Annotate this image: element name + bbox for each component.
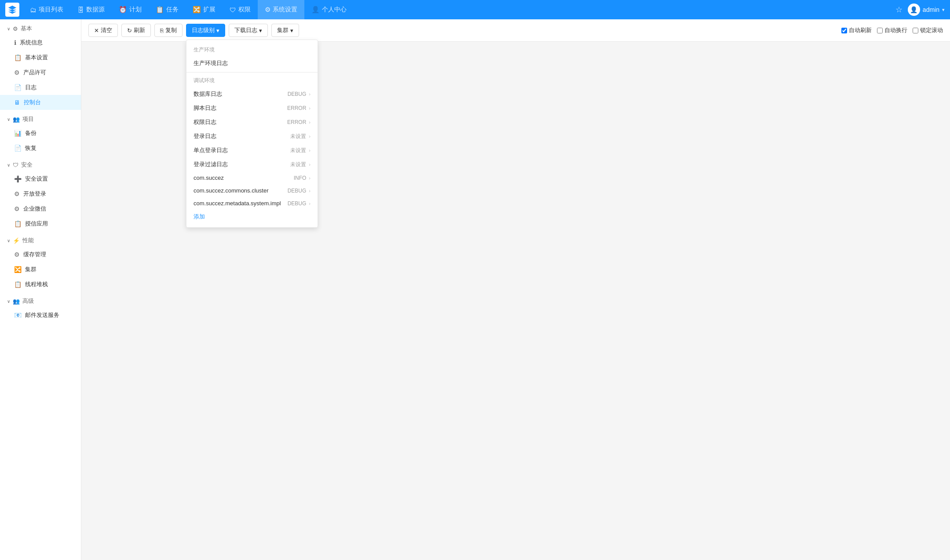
sidebar-item-restore[interactable]: 📄 恢复 (0, 141, 81, 156)
username-label: admin (923, 6, 939, 13)
nav-label-task: 任务 (166, 6, 179, 14)
sidebar-item-log[interactable]: 📄 日志 (0, 80, 81, 95)
sidebar-item-backup[interactable]: 📊 备份 (0, 126, 81, 141)
sidebar-item-email-service[interactable]: 📧 邮件发送服务 (0, 308, 81, 323)
sidebar-label-open-login: 开放登录 (23, 190, 46, 198)
nav-item-system-settings[interactable]: ⚙ 系统设置 (258, 0, 304, 19)
log-level-label: 日志级别 (192, 26, 215, 34)
sidebar-label-product-license: 产品许可 (23, 69, 46, 76)
login-log-level: 未设置 (290, 133, 306, 140)
sidebar-item-console[interactable]: 🖥 控制台 (0, 95, 81, 110)
sidebar-label-restore: 恢复 (25, 144, 37, 152)
db-log-label: 数据库日志 (194, 90, 222, 98)
lock-scroll-label: 锁定滚动 (920, 26, 943, 34)
logo[interactable] (5, 3, 19, 17)
sidebar-item-basic-settings[interactable]: 📋 基本设置 (0, 50, 81, 65)
refresh-button[interactable]: ↻ 刷新 (121, 24, 151, 37)
sidebar-item-system-info[interactable]: ℹ 系统信息 (0, 35, 81, 50)
lock-scroll-input[interactable] (913, 28, 918, 33)
copy-button[interactable]: ⎘ 复制 (154, 24, 183, 37)
log-level-menu: 生产环境 生产环境日志 调试环境 数据库日志 DEBUG (186, 40, 318, 228)
chevron-down-icon: ∨ (7, 26, 10, 31)
dropdown-item-prod-env-log[interactable]: 生产环境日志 (186, 56, 318, 70)
dropdown-item-com-succez[interactable]: com.succez INFO › (186, 171, 318, 184)
auto-refresh-input[interactable] (841, 28, 847, 33)
download-log-button[interactable]: 下载日志 ▾ (229, 24, 268, 37)
download-log-label: 下载日志 (234, 26, 257, 34)
email-icon: 📧 (14, 312, 22, 319)
project-list-icon: 🗂 (30, 6, 37, 14)
refresh-label: 刷新 (134, 26, 145, 34)
log-icon: 📄 (14, 84, 22, 91)
sidebar-group-security[interactable]: ∨ 🛡 安全 (0, 156, 81, 171)
nav-label-project-list: 项目列表 (39, 6, 63, 14)
toolbar-right: 自动刷新 自动换行 锁定滚动 (841, 26, 943, 34)
login-log-label: 登录日志 (194, 132, 216, 140)
auto-wrap-checkbox[interactable]: 自动换行 (877, 26, 907, 34)
nav-item-task[interactable]: 📋 任务 (149, 0, 186, 19)
avatar: 👤 (908, 4, 920, 16)
chevron-right-icon-3: › (309, 134, 311, 139)
favorites-icon[interactable]: ☆ (895, 5, 902, 15)
sidebar-item-cluster[interactable]: 🔀 集群 (0, 262, 81, 277)
auto-refresh-checkbox[interactable]: 自动刷新 (841, 26, 872, 34)
com-succez-label: com.succez (194, 175, 224, 181)
toolbar: ✕ 清空 ↻ 刷新 ⎘ 复制 日志级别 ▾ 生产环境 (81, 19, 950, 42)
sidebar-item-open-login[interactable]: ⚙ 开放登录 (0, 186, 81, 201)
log-level-button[interactable]: 日志级别 ▾ (186, 24, 225, 37)
performance-group-icon: ⚡ (13, 237, 20, 244)
nav-item-plan[interactable]: ⏰ 计划 (112, 0, 149, 19)
dropdown-item-com-succez-metadata[interactable]: com.succez.metadata.system.impl DEBUG › (186, 197, 318, 210)
nav-label-expand: 扩展 (203, 6, 216, 14)
nav-item-datasource[interactable]: 🗄 数据源 (70, 0, 112, 19)
sidebar-item-cache-management[interactable]: ⚙ 缓存管理 (0, 247, 81, 262)
dropdown-item-login-filter-log[interactable]: 登录过滤日志 未设置 › (186, 157, 318, 171)
sidebar-group-performance[interactable]: ∨ ⚡ 性能 (0, 231, 81, 247)
sidebar-item-product-license[interactable]: ⚙ 产品许可 (0, 65, 81, 80)
production-env-title: 生产环境 (186, 44, 318, 56)
sidebar-item-thread-stack[interactable]: 📋 线程堆栈 (0, 277, 81, 292)
lock-scroll-checkbox[interactable]: 锁定滚动 (913, 26, 943, 34)
clear-button[interactable]: ✕ 清空 (88, 24, 118, 37)
nav-item-permissions[interactable]: 🛡 权限 (223, 0, 258, 19)
dropdown-item-script-log[interactable]: 脚本日志 ERROR › (186, 101, 318, 115)
sidebar-group-project[interactable]: ∨ 👥 项目 (0, 110, 81, 126)
main-layout: ∨ ⚙ 基本 ℹ 系统信息 📋 基本设置 ⚙ 产品许可 📄 日志 🖥 控制台 ∨… (0, 19, 950, 560)
nav-item-project-list[interactable]: 🗂 项目列表 (23, 0, 70, 19)
sidebar-item-trusted-app[interactable]: 📋 授信应用 (0, 216, 81, 231)
permission-log-label: 权限日志 (194, 118, 216, 126)
dropdown-item-permission-log[interactable]: 权限日志 ERROR › (186, 115, 318, 129)
sidebar-item-security-settings[interactable]: ➕ 安全设置 (0, 171, 81, 186)
sidebar: ∨ ⚙ 基本 ℹ 系统信息 📋 基本设置 ⚙ 产品许可 📄 日志 🖥 控制台 ∨… (0, 19, 81, 560)
nav-label-personal-center: 个人中心 (322, 6, 347, 14)
chevron-down-icon-log: ▾ (216, 27, 219, 34)
sidebar-item-enterprise-wechat[interactable]: ⚙ 企业微信 (0, 201, 81, 216)
dropdown-item-login-log[interactable]: 登录日志 未设置 › (186, 129, 318, 143)
nav-item-personal-center[interactable]: 👤 个人中心 (304, 0, 354, 19)
dropdown-item-com-succez-commons[interactable]: com.succez.commons.cluster DEBUG › (186, 184, 318, 197)
console-icon: 🖥 (14, 99, 20, 106)
user-menu[interactable]: 👤 admin ▾ (908, 4, 945, 16)
chevron-down-icon-3: ∨ (7, 163, 10, 167)
nav-item-expand[interactable]: 🔀 扩展 (186, 0, 223, 19)
thread-stack-icon: 📋 (14, 281, 22, 288)
sidebar-label-email-service: 邮件发送服务 (25, 311, 59, 319)
sidebar-group-basic[interactable]: ∨ ⚙ 基本 (0, 19, 81, 35)
db-log-level: DEBUG (288, 91, 307, 97)
prod-env-log-label: 生产环境日志 (194, 59, 228, 67)
copy-label: 复制 (165, 26, 177, 34)
cluster-button[interactable]: 集群 ▾ (271, 24, 299, 37)
add-log-level-button[interactable]: 添加 (186, 210, 318, 224)
sidebar-group-basic-label: 基本 (21, 25, 32, 33)
sidebar-group-advanced[interactable]: ∨ 👥 高级 (0, 292, 81, 308)
dropdown-item-db-log[interactable]: 数据库日志 DEBUG › (186, 87, 318, 101)
cluster-icon: 🔀 (14, 266, 22, 273)
chevron-right-icon-4: › (309, 148, 311, 153)
clear-label: 清空 (101, 26, 112, 34)
nav-label-datasource: 数据源 (86, 6, 105, 14)
sidebar-label-cluster: 集群 (25, 265, 37, 273)
cache-icon: ⚙ (14, 251, 20, 258)
auto-wrap-input[interactable] (877, 28, 883, 33)
chevron-down-icon-5: ∨ (7, 299, 10, 304)
dropdown-item-sso-log[interactable]: 单点登录日志 未设置 › (186, 143, 318, 157)
